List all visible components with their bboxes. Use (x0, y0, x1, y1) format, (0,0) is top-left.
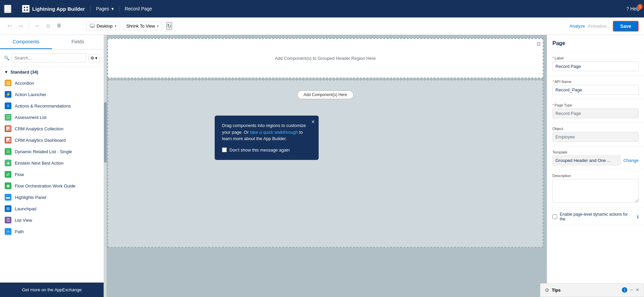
item-label: List View (15, 218, 32, 223)
sidebar-item-assessment-list[interactable]: ☑Assessment List (0, 112, 104, 123)
sidebar-item-highlights-panel[interactable]: ▬Highlights Panel (0, 192, 104, 203)
right-panel-header: Page (547, 35, 644, 52)
pages-chevron: ▾ (111, 6, 114, 11)
redo-button[interactable]: ↪ (16, 22, 25, 31)
sidebar-item-crm-analytics-collection[interactable]: 📊CRM Analytics Collection (0, 123, 104, 134)
sidebar-item-accordion[interactable]: ▤Accordion (0, 77, 104, 89)
gear-button[interactable]: ⚙ ▾ (88, 54, 100, 62)
dont-show-label: Don't show this message again (229, 147, 290, 154)
description-label: Description (552, 174, 639, 178)
sidebar-item-path[interactable]: »Path (0, 226, 104, 237)
record-page-label: Record Page (119, 6, 158, 11)
tooltip-popup: × Drag components into regions to custom… (215, 116, 319, 160)
label-input[interactable] (552, 61, 639, 71)
copy-button[interactable]: ⧉ (44, 22, 52, 31)
sidebar-item-dynamic-related-list---single[interactable]: ☰Dynamic Related List - Single (0, 146, 104, 157)
info-icon[interactable]: ℹ (637, 214, 639, 219)
tips-minimize-button[interactable]: − (630, 287, 633, 293)
toolbar-divider-1 (29, 22, 29, 30)
activation-button[interactable]: Activation... (588, 24, 610, 29)
section-header[interactable]: ▼ Standard (34) (0, 67, 104, 77)
section-label: Standard (34) (10, 70, 38, 75)
item-label: Action Launcher (15, 92, 46, 97)
app-name: Lightning App Builder (32, 6, 85, 12)
expand-icon[interactable]: ⊡ (537, 41, 541, 46)
page-type-label: *Page Type (552, 103, 639, 107)
shrink-chevron: ▾ (157, 24, 159, 28)
desktop-chevron: ▾ (115, 24, 116, 28)
delete-button[interactable] (55, 22, 63, 31)
view-controls: Desktop ▾ Shrink To View ▾ ↻ (86, 22, 172, 30)
change-template-button[interactable]: Change (623, 158, 639, 163)
save-button[interactable]: Save (613, 21, 639, 32)
scroll-thumb[interactable] (104, 102, 107, 163)
add-component-button[interactable]: Add Component(s) Here (297, 90, 354, 99)
sidebar-item-einstein-next-best-action[interactable]: ◈Einstein Next Best Action (0, 157, 104, 169)
header-region-text: Add Component(s) to Grouped Header Regio… (275, 56, 376, 61)
sidebar-item-action-launcher[interactable]: ⚡Action Launcher (0, 89, 104, 100)
item-icon: 📊 (5, 137, 11, 143)
toolbar: ↩ ↪ ✂ ⧉ Desktop ▾ Shrink To View ▾ ↻ Ana… (0, 17, 644, 35)
sidebar-item-list-view[interactable]: ☰List View (0, 214, 104, 226)
item-label: Actions & Recommendations (15, 103, 71, 109)
tooltip-close-button[interactable]: × (312, 119, 315, 125)
object-label: Object (552, 127, 639, 131)
pages-menu[interactable]: Pages ▾ (91, 6, 119, 11)
page-type-field: *Page Type (547, 99, 644, 123)
search-input[interactable] (11, 53, 86, 62)
tips-badge: 1 (622, 287, 627, 293)
api-name-input[interactable] (552, 85, 639, 95)
sidebar-item-flow[interactable]: ⇄Flow (0, 169, 104, 180)
item-icon: ☰ (5, 217, 11, 223)
item-icon: ≡ (5, 102, 11, 109)
back-button[interactable]: ← (4, 5, 11, 13)
item-icon: ⊞ (5, 205, 11, 212)
sidebar-search-row: 🔍 ⚙ ▾ (0, 49, 104, 67)
dynamic-actions-checkbox[interactable] (552, 214, 557, 219)
help-button[interactable]: ? Help 1 (626, 6, 640, 11)
item-label: Dynamic Related List - Single (15, 149, 72, 154)
refresh-button[interactable]: ↻ (166, 22, 172, 30)
tips-header: ⊙ Tips 1 − × (540, 284, 644, 297)
item-icon: ⚡ (5, 91, 11, 98)
header-region[interactable]: Add Component(s) to Grouped Header Regio… (107, 38, 543, 78)
tab-fields[interactable]: Fields (52, 35, 104, 49)
tab-components[interactable]: Components (0, 35, 52, 49)
sidebar-items-list: ▤Accordion⚡Action Launcher≡Actions & Rec… (0, 77, 104, 283)
undo-button[interactable]: ↩ (5, 22, 14, 31)
dynamic-actions-row: Enable page-level dynamic actions for th… (552, 212, 639, 221)
sidebar-item-launchpad[interactable]: ⊞Launchpad (0, 203, 104, 214)
app-icon (22, 5, 30, 12)
sidebar-item-crm-analytics-dashboard[interactable]: 📊CRM Analytics Dashboard (0, 134, 104, 146)
dont-show-checkbox[interactable] (222, 147, 227, 152)
left-sidebar: Components Fields 🔍 ⚙ ▾ ▼ Standard (34) … (0, 35, 104, 297)
cut-button[interactable]: ✂ (33, 22, 42, 31)
shrink-select[interactable]: Shrink To View ▾ (123, 22, 163, 30)
tooltip-checkbox-row: Don't show this message again (222, 147, 311, 154)
sidebar-footer[interactable]: Get more on the AppExchange (0, 283, 104, 297)
sidebar-item-flow-orchestration-work-guide[interactable]: ◉Flow Orchestration Work Guide (0, 180, 104, 192)
item-icon: 📊 (5, 125, 11, 132)
description-field: Description (547, 170, 644, 208)
sidebar-tabs: Components Fields (0, 35, 104, 49)
item-label: Path (15, 229, 24, 234)
sidebar-item-actions-&-recommendations[interactable]: ≡Actions & Recommendations (0, 100, 104, 112)
center-canvas: Add Component(s) to Grouped Header Regio… (104, 35, 547, 297)
canvas-scrollbar[interactable] (104, 35, 107, 297)
desktop-select[interactable]: Desktop ▾ (86, 22, 120, 30)
analyze-button[interactable]: Analyze (570, 24, 585, 29)
template-row: Change (552, 156, 639, 165)
item-icon: » (5, 228, 11, 235)
item-label: CRM Analytics Dashboard (15, 138, 66, 143)
desktop-label: Desktop (97, 24, 113, 29)
main-region[interactable]: Add Component(s) Here (107, 80, 543, 248)
api-name-field: *API Name (547, 76, 644, 99)
tips-close-button[interactable]: × (636, 287, 639, 293)
tooltip-message: Drag components into regions to customiz… (222, 122, 311, 142)
item-icon: ▤ (5, 80, 11, 86)
description-textarea[interactable] (552, 179, 639, 203)
svg-rect-0 (24, 7, 25, 8)
tooltip-link[interactable]: take a quick walkthrough (250, 130, 298, 135)
svg-rect-7 (90, 24, 95, 27)
template-input (552, 156, 621, 165)
